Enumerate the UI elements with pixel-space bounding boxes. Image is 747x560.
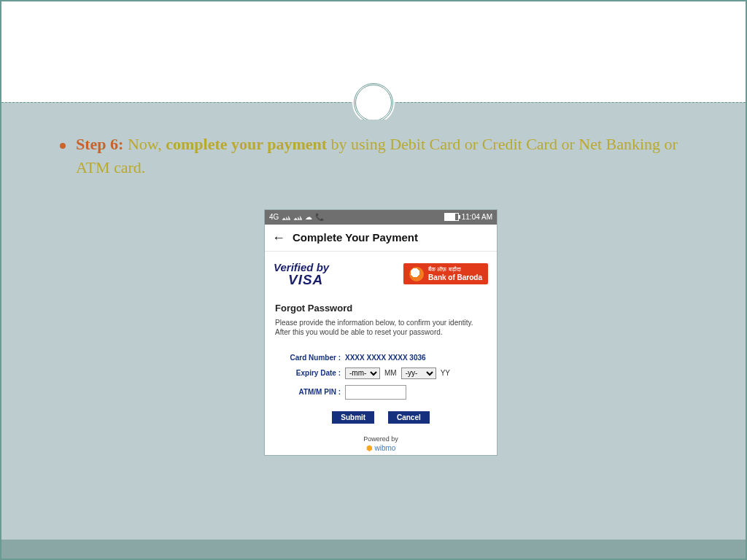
card-number-label: Card Number : bbox=[278, 354, 341, 362]
bullet-text: Step 6: Now, complete your payment by us… bbox=[76, 133, 702, 179]
card-number-row: Card Number : XXXX XXXX XXXX 3036 bbox=[278, 354, 484, 362]
phone-screenshot: 4G ☁ 📞 11:04 AM ← Complete Your Payment … bbox=[265, 210, 497, 455]
slide-divider bbox=[1, 102, 746, 120]
cloud-icon: ☁ bbox=[305, 213, 312, 221]
bullet-part1: Now, bbox=[123, 135, 166, 153]
phone-title-bar: ← Complete Your Payment bbox=[265, 225, 497, 252]
wibmo-dot-icon: ⬢ bbox=[366, 444, 373, 452]
mm-suffix: MM bbox=[384, 369, 397, 377]
phone-status-bar: 4G ☁ 📞 11:04 AM bbox=[265, 210, 497, 225]
pin-input[interactable] bbox=[345, 385, 406, 400]
wibmo-text: wibmo bbox=[374, 444, 395, 452]
slide-footer-band bbox=[1, 540, 746, 559]
phone-icon: 📞 bbox=[315, 213, 324, 221]
expiry-month-select[interactable]: -mm- bbox=[345, 368, 380, 379]
pin-label: ATM/M PIN : bbox=[278, 388, 341, 396]
step-label: Step 6: bbox=[76, 135, 123, 153]
bank-name-hi: बैंक ऑफ़ बड़ौदा bbox=[428, 266, 460, 273]
network-label: 4G bbox=[269, 213, 279, 221]
cancel-button[interactable]: Cancel bbox=[388, 411, 430, 424]
battery-icon bbox=[444, 213, 459, 221]
yy-suffix: YY bbox=[441, 369, 450, 377]
card-number-value: XXXX XXXX XXXX 3036 bbox=[345, 354, 426, 362]
expiry-label: Expiry Date : bbox=[278, 369, 341, 377]
slide-body: Step 6: Now, complete your payment by us… bbox=[1, 120, 746, 540]
bank-name-en: Bank of Baroda bbox=[428, 273, 482, 282]
forgot-password-section: Forgot Password Please provide the infor… bbox=[265, 292, 497, 338]
expiry-year-select[interactable]: -yy- bbox=[401, 368, 436, 379]
powered-by-label: Powered by bbox=[265, 432, 497, 444]
card-form: Card Number : XXXX XXXX XXXX 3036 Expiry… bbox=[265, 338, 497, 432]
signal-icon bbox=[282, 214, 290, 220]
forgot-text: Please provide the information below, to… bbox=[275, 318, 487, 338]
bank-sun-icon bbox=[409, 267, 424, 281]
bullet-bold: complete your payment bbox=[166, 135, 327, 153]
submit-button[interactable]: Submit bbox=[332, 411, 374, 424]
forgot-heading: Forgot Password bbox=[275, 303, 487, 314]
bank-of-baroda-logo: बैंक ऑफ़ बड़ौदा Bank of Baroda bbox=[403, 263, 488, 284]
clock: 11:04 AM bbox=[462, 213, 492, 221]
phone-page-title: Complete Your Payment bbox=[293, 231, 418, 244]
divider-circle-icon bbox=[354, 83, 393, 122]
logo-row: Verified by VISA बैंक ऑफ़ बड़ौदा Bank of… bbox=[265, 252, 497, 292]
signal-icon bbox=[293, 214, 302, 220]
verified-by-visa-logo: Verified by VISA bbox=[274, 262, 329, 287]
pin-row: ATM/M PIN : bbox=[278, 385, 484, 400]
bullet-dot-icon bbox=[60, 143, 66, 149]
wibmo-logo: ⬢ wibmo bbox=[265, 444, 497, 455]
expiry-row: Expiry Date : -mm- MM -yy- YY bbox=[278, 368, 484, 379]
back-icon[interactable]: ← bbox=[272, 231, 285, 244]
vbv-line2: VISA bbox=[288, 273, 329, 287]
bullet-item: Step 6: Now, complete your payment by us… bbox=[60, 133, 702, 179]
